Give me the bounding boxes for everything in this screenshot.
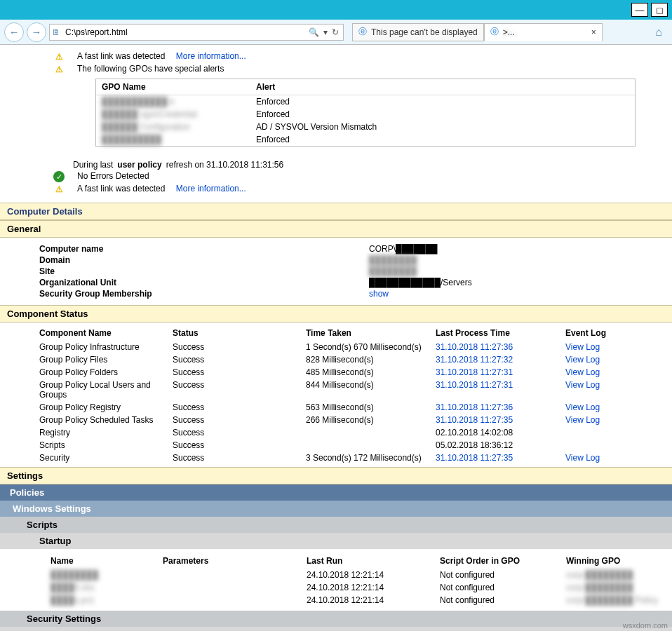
view-log-link[interactable]: View Log [565, 379, 672, 401]
col-script-name: Name [51, 553, 163, 569]
col-alert: Alert [250, 79, 635, 95]
forward-button[interactable]: → [27, 22, 46, 42]
label-computer-name: Computer name [39, 244, 369, 254]
address-text: C:\ps\report.html [62, 27, 304, 37]
table-row: Group Policy InfrastructureSuccess1 Seco… [39, 341, 672, 353]
section-startup[interactable]: Startup [0, 533, 672, 549]
last-process-time[interactable]: 31.10.2018 11:27:36 [436, 401, 565, 414]
section-computer-details[interactable]: Computer Details [0, 203, 672, 220]
window-minimize-button[interactable]: — [631, 3, 648, 17]
section-general[interactable]: General [0, 220, 672, 238]
view-log-link [565, 426, 672, 439]
table-row: ██████████Enforced [96, 133, 635, 146]
watermark: wsxdom.com [623, 621, 668, 630]
table-row: ████████24.10.2018 12:21:14Not configure… [51, 569, 672, 581]
tab-close-button[interactable]: × [591, 27, 596, 37]
col-gpo-name: GPO Name [96, 79, 250, 95]
search-icon[interactable]: 🔍 [309, 27, 319, 37]
section-security-settings[interactable]: Security Settings [0, 611, 672, 627]
table-row: ██████ ConfigurationAD / SYSVOL Version … [96, 121, 635, 133]
ie-icon: ⓔ [358, 26, 367, 38]
ie-icon: ⓔ [490, 26, 499, 38]
view-log-link [565, 439, 672, 452]
table-row: Group Policy RegistrySuccess563 Millisec… [39, 401, 672, 414]
table-row: ███████████ eEnforced [96, 95, 635, 109]
alert-special-gpo: ⚠ The following GPOs have special alerts [73, 63, 672, 76]
warning-icon: ⚠ [53, 51, 65, 62]
label-site: Site [39, 266, 369, 276]
view-log-link[interactable]: View Log [565, 353, 672, 366]
tab-label: This page can't be displayed [371, 27, 478, 37]
label-ou: Organizational Unit [39, 278, 369, 287]
section-policies[interactable]: Policies [0, 484, 672, 501]
view-log-link[interactable]: View Log [565, 341, 672, 353]
value-domain: ████████ [369, 255, 417, 265]
last-process-time[interactable]: 31.10.2018 11:27:31 [436, 379, 565, 401]
last-process-time[interactable]: 31.10.2018 11:27:36 [436, 341, 565, 353]
col-component-name: Component Name [39, 325, 173, 341]
report-page: ⚠ A fast link was detected More informat… [0, 45, 672, 631]
last-process-time[interactable]: 31.10.2018 11:27:35 [436, 414, 565, 426]
ok-icon: ✓ [53, 171, 65, 182]
user-policy-refresh: During last user policy refresh on 31.10… [73, 159, 672, 170]
browser-toolbar: ← → 🗎 C:\ps\report.html 🔍 ▾ ↻ ⓔ This pag… [0, 20, 672, 45]
alert-fastlink: ⚠ A fast link was detected More informat… [73, 50, 672, 63]
tab-strip: ⓔ This page can't be displayed ⓔ >... × [352, 23, 603, 41]
table-row: SecuritySuccess3 Second(s) 172 Milliseco… [39, 452, 672, 464]
col-parameters: Parameters [163, 553, 307, 569]
col-script-order: Script Order in GPO [440, 553, 566, 569]
col-winning-gpo: Winning GPO [566, 553, 672, 569]
col-event-log: Event Log [565, 325, 672, 341]
last-process-time[interactable]: 31.10.2018 11:27:31 [436, 366, 565, 379]
tab-error-page[interactable]: ⓔ This page can't be displayed [352, 23, 484, 41]
dropdown-icon[interactable]: ▾ [323, 27, 328, 37]
last-process-time[interactable]: 31.10.2018 11:27:35 [436, 452, 565, 464]
table-row: Group Policy FoldersSuccess485 Milliseco… [39, 366, 672, 379]
warning-icon: ⚠ [53, 64, 65, 75]
view-log-link[interactable]: View Log [565, 366, 672, 379]
table-row: Group Policy FilesSuccess828 Millisecond… [39, 353, 672, 366]
window-maximize-button[interactable]: ◻ [651, 3, 668, 17]
tab-report[interactable]: ⓔ >... × [484, 23, 603, 41]
col-status: Status [173, 325, 306, 341]
section-settings[interactable]: Settings [0, 467, 672, 484]
show-sgm-link[interactable]: show [369, 289, 389, 299]
value-ou: ████████████/Servers [369, 278, 472, 287]
label-sgm: Security Group Membership [39, 289, 369, 299]
gpo-alerts-table: GPO NameAlert ███████████ eEnforced ████… [95, 79, 636, 147]
fastlink-row-2: ⚠ A fast link was detected More informat… [73, 183, 672, 196]
section-windows-settings[interactable]: Windows Settings [0, 501, 672, 517]
page-icon: 🗎 [50, 27, 62, 37]
more-info-link[interactable]: More information... [176, 184, 246, 194]
table-row: ScriptsSuccess05.02.2018 18:36:12 [39, 439, 672, 452]
window-titlebar: — ◻ [0, 0, 672, 20]
general-block: Computer nameCORP\███████ Domain████████… [0, 238, 672, 305]
section-account-password-policy[interactable]: Account Policies/Password Policy [0, 627, 672, 631]
home-button[interactable]: ⌂ [650, 23, 668, 41]
col-last-process: Last Process Time [436, 325, 565, 341]
last-process-time: 05.02.2018 18:36:12 [436, 439, 565, 452]
section-scripts[interactable]: Scripts [0, 517, 672, 533]
table-row: Group Policy Local Users and GroupsSucce… [39, 379, 672, 401]
table-row: ████s.ps124.10.2018 12:21:14Not configur… [51, 594, 672, 606]
table-row: Group Policy Scheduled TasksSuccess266 M… [39, 414, 672, 426]
col-time-taken: Time Taken [306, 325, 436, 341]
view-log-link[interactable]: View Log [565, 414, 672, 426]
more-info-link[interactable]: More information... [176, 51, 246, 61]
section-component-status[interactable]: Component Status [0, 305, 672, 323]
tab-label: >... [503, 27, 587, 37]
last-process-time: 02.10.2018 14:02:08 [436, 426, 565, 439]
col-last-run: Last Run [307, 553, 440, 569]
scripts-table: Name Parameters Last Run Script Order in… [0, 549, 672, 611]
label-domain: Domain [39, 255, 369, 265]
refresh-icon[interactable]: ↻ [332, 27, 339, 37]
table-row: RegistrySuccess02.10.2018 14:02:08 [39, 426, 672, 439]
view-log-link[interactable]: View Log [565, 452, 672, 464]
value-computer-name: CORP\███████ [369, 244, 438, 254]
view-log-link[interactable]: View Log [565, 401, 672, 414]
value-site: ████████ [369, 266, 417, 276]
table-row: ████5.vbs24.10.2018 12:21:14Not configur… [51, 581, 672, 594]
address-bar[interactable]: 🗎 C:\ps\report.html 🔍 ▾ ↻ [49, 24, 344, 41]
back-button[interactable]: ← [4, 22, 24, 42]
last-process-time[interactable]: 31.10.2018 11:27:32 [436, 353, 565, 366]
